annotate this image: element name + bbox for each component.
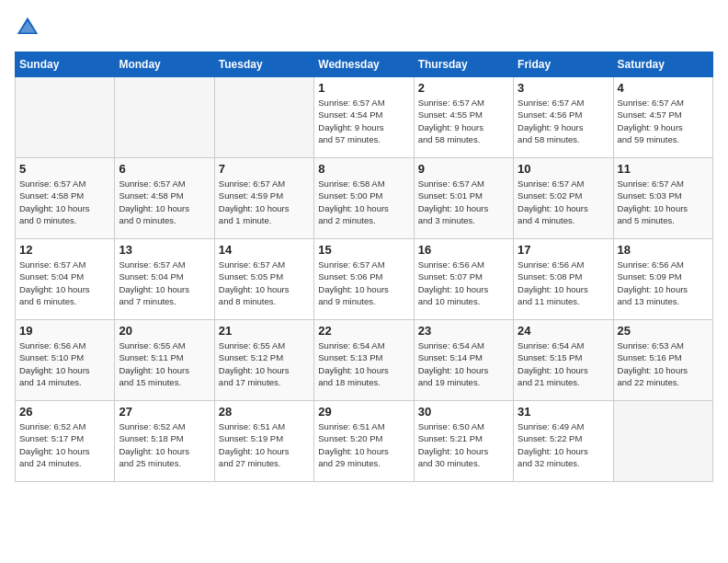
day-info: Sunrise: 6:55 AM Sunset: 5:12 PM Dayligh…	[219, 339, 310, 388]
day-info: Sunrise: 6:57 AM Sunset: 4:55 PM Dayligh…	[418, 97, 509, 145]
day-info: Sunrise: 6:51 AM Sunset: 5:20 PM Dayligh…	[318, 420, 409, 469]
day-info: Sunrise: 6:57 AM Sunset: 5:01 PM Dayligh…	[418, 178, 509, 226]
day-number: 25	[618, 324, 709, 338]
day-number: 31	[518, 405, 609, 419]
day-info: Sunrise: 6:52 AM Sunset: 5:18 PM Dayligh…	[119, 420, 210, 469]
calendar-cell: 31Sunrise: 6:49 AM Sunset: 5:22 PM Dayli…	[514, 401, 613, 482]
calendar-cell: 7Sunrise: 6:57 AM Sunset: 4:59 PM Daylig…	[214, 158, 313, 239]
calendar-cell: 17Sunrise: 6:56 AM Sunset: 5:08 PM Dayli…	[514, 239, 613, 320]
calendar-body: 1Sunrise: 6:57 AM Sunset: 4:54 PM Daylig…	[16, 77, 713, 482]
day-number: 29	[318, 405, 409, 419]
calendar-cell: 16Sunrise: 6:56 AM Sunset: 5:07 PM Dayli…	[414, 239, 513, 320]
calendar-cell: 21Sunrise: 6:55 AM Sunset: 5:12 PM Dayli…	[214, 320, 313, 401]
weekday-header: Saturday	[613, 52, 712, 77]
calendar-cell: 8Sunrise: 6:58 AM Sunset: 5:00 PM Daylig…	[314, 158, 414, 239]
day-number: 5	[19, 162, 110, 176]
day-info: Sunrise: 6:56 AM Sunset: 5:09 PM Dayligh…	[618, 259, 709, 307]
day-number: 11	[618, 162, 709, 176]
day-info: Sunrise: 6:57 AM Sunset: 5:06 PM Dayligh…	[318, 259, 409, 307]
calendar-cell: 25Sunrise: 6:53 AM Sunset: 5:16 PM Dayli…	[613, 320, 712, 401]
page-header	[15, 15, 713, 40]
calendar-week-row: 26Sunrise: 6:52 AM Sunset: 5:17 PM Dayli…	[16, 401, 713, 482]
day-number: 24	[518, 324, 609, 338]
day-info: Sunrise: 6:55 AM Sunset: 5:11 PM Dayligh…	[119, 339, 210, 388]
day-info: Sunrise: 6:54 AM Sunset: 5:15 PM Dayligh…	[518, 339, 609, 388]
day-number: 10	[518, 162, 609, 176]
day-number: 2	[418, 81, 509, 95]
calendar-table: SundayMondayTuesdayWednesdayThursdayFrid…	[15, 52, 713, 482]
calendar-cell: 1Sunrise: 6:57 AM Sunset: 4:54 PM Daylig…	[314, 77, 414, 158]
calendar-cell: 9Sunrise: 6:57 AM Sunset: 5:01 PM Daylig…	[414, 158, 513, 239]
calendar-cell: 6Sunrise: 6:57 AM Sunset: 4:58 PM Daylig…	[115, 158, 214, 239]
day-number: 13	[119, 243, 210, 257]
day-info: Sunrise: 6:57 AM Sunset: 4:58 PM Dayligh…	[119, 178, 210, 226]
day-number: 15	[318, 243, 409, 257]
header-row: SundayMondayTuesdayWednesdayThursdayFrid…	[16, 52, 713, 77]
day-info: Sunrise: 6:50 AM Sunset: 5:21 PM Dayligh…	[418, 420, 509, 469]
calendar-week-row: 19Sunrise: 6:56 AM Sunset: 5:10 PM Dayli…	[16, 320, 713, 401]
day-info: Sunrise: 6:54 AM Sunset: 5:14 PM Dayligh…	[418, 339, 509, 388]
day-info: Sunrise: 6:57 AM Sunset: 4:57 PM Dayligh…	[618, 97, 709, 145]
day-number: 22	[318, 324, 409, 338]
calendar-cell: 23Sunrise: 6:54 AM Sunset: 5:14 PM Dayli…	[414, 320, 513, 401]
day-number: 30	[418, 405, 509, 419]
weekday-header: Sunday	[16, 52, 115, 77]
day-info: Sunrise: 6:57 AM Sunset: 5:04 PM Dayligh…	[19, 259, 110, 307]
logo-icon	[15, 15, 40, 40]
weekday-header: Tuesday	[214, 52, 313, 77]
calendar-week-row: 12Sunrise: 6:57 AM Sunset: 5:04 PM Dayli…	[16, 239, 713, 320]
weekday-header: Monday	[115, 52, 214, 77]
weekday-header: Friday	[514, 52, 613, 77]
day-info: Sunrise: 6:51 AM Sunset: 5:19 PM Dayligh…	[219, 420, 310, 469]
calendar-cell: 15Sunrise: 6:57 AM Sunset: 5:06 PM Dayli…	[314, 239, 414, 320]
weekday-header: Thursday	[414, 52, 513, 77]
day-info: Sunrise: 6:57 AM Sunset: 4:58 PM Dayligh…	[19, 178, 110, 226]
day-number: 12	[19, 243, 110, 257]
day-number: 19	[19, 324, 110, 338]
calendar-header: SundayMondayTuesdayWednesdayThursdayFrid…	[16, 52, 713, 77]
calendar-cell: 13Sunrise: 6:57 AM Sunset: 5:04 PM Dayli…	[115, 239, 214, 320]
day-number: 4	[618, 81, 709, 95]
day-number: 28	[219, 405, 310, 419]
day-info: Sunrise: 6:54 AM Sunset: 5:13 PM Dayligh…	[318, 339, 409, 388]
calendar-cell: 3Sunrise: 6:57 AM Sunset: 4:56 PM Daylig…	[514, 77, 613, 158]
day-info: Sunrise: 6:58 AM Sunset: 5:00 PM Dayligh…	[318, 178, 409, 226]
day-info: Sunrise: 6:49 AM Sunset: 5:22 PM Dayligh…	[518, 420, 609, 469]
day-number: 9	[418, 162, 509, 176]
day-info: Sunrise: 6:56 AM Sunset: 5:07 PM Dayligh…	[418, 259, 509, 307]
calendar-cell: 4Sunrise: 6:57 AM Sunset: 4:57 PM Daylig…	[613, 77, 712, 158]
day-info: Sunrise: 6:57 AM Sunset: 5:02 PM Dayligh…	[518, 178, 609, 226]
calendar-cell: 2Sunrise: 6:57 AM Sunset: 4:55 PM Daylig…	[414, 77, 513, 158]
day-number: 21	[219, 324, 310, 338]
day-number: 20	[119, 324, 210, 338]
calendar-cell: 28Sunrise: 6:51 AM Sunset: 5:19 PM Dayli…	[214, 401, 313, 482]
calendar-cell: 11Sunrise: 6:57 AM Sunset: 5:03 PM Dayli…	[613, 158, 712, 239]
day-number: 17	[518, 243, 609, 257]
day-number: 3	[518, 81, 609, 95]
day-info: Sunrise: 6:56 AM Sunset: 5:10 PM Dayligh…	[19, 339, 110, 388]
calendar-cell: 24Sunrise: 6:54 AM Sunset: 5:15 PM Dayli…	[514, 320, 613, 401]
day-info: Sunrise: 6:57 AM Sunset: 5:04 PM Dayligh…	[119, 259, 210, 307]
weekday-header: Wednesday	[314, 52, 414, 77]
calendar-cell: 29Sunrise: 6:51 AM Sunset: 5:20 PM Dayli…	[314, 401, 414, 482]
calendar-cell: 20Sunrise: 6:55 AM Sunset: 5:11 PM Dayli…	[115, 320, 214, 401]
day-number: 16	[418, 243, 509, 257]
calendar-cell	[16, 77, 115, 158]
calendar-cell: 10Sunrise: 6:57 AM Sunset: 5:02 PM Dayli…	[514, 158, 613, 239]
day-number: 26	[19, 405, 110, 419]
calendar-week-row: 5Sunrise: 6:57 AM Sunset: 4:58 PM Daylig…	[16, 158, 713, 239]
calendar-cell: 12Sunrise: 6:57 AM Sunset: 5:04 PM Dayli…	[16, 239, 115, 320]
day-info: Sunrise: 6:53 AM Sunset: 5:16 PM Dayligh…	[618, 339, 709, 388]
day-number: 8	[318, 162, 409, 176]
day-info: Sunrise: 6:52 AM Sunset: 5:17 PM Dayligh…	[19, 420, 110, 469]
calendar-cell: 5Sunrise: 6:57 AM Sunset: 4:58 PM Daylig…	[16, 158, 115, 239]
day-info: Sunrise: 6:57 AM Sunset: 4:54 PM Dayligh…	[318, 97, 409, 145]
day-number: 14	[219, 243, 310, 257]
day-info: Sunrise: 6:57 AM Sunset: 5:03 PM Dayligh…	[618, 178, 709, 226]
day-number: 1	[318, 81, 409, 95]
logo	[15, 15, 44, 40]
day-number: 6	[119, 162, 210, 176]
calendar-week-row: 1Sunrise: 6:57 AM Sunset: 4:54 PM Daylig…	[16, 77, 713, 158]
day-number: 23	[418, 324, 509, 338]
day-info: Sunrise: 6:57 AM Sunset: 5:05 PM Dayligh…	[219, 259, 310, 307]
